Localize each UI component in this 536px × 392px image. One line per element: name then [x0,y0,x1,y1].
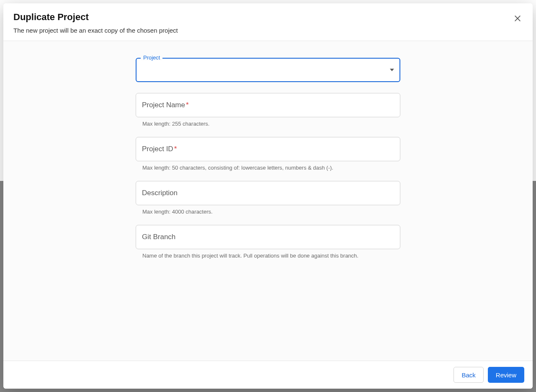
project-name-input[interactable]: Project Name* [136,93,400,117]
description-field: Description Max length: 4000 characters. [136,181,400,215]
review-button[interactable]: Review [488,367,524,383]
project-id-label: Project ID* [142,145,177,153]
close-button[interactable] [510,11,525,26]
duplicate-project-modal: Duplicate Project The new project will b… [3,3,533,389]
modal-footer: Back Review [3,361,533,389]
git-branch-input[interactable]: Git Branch [136,225,400,249]
project-name-label: Project Name* [142,101,189,109]
git-branch-label: Git Branch [142,233,175,241]
required-indicator: * [174,145,177,153]
project-name-field: Project Name* Max length: 255 characters… [136,93,400,127]
form: Project Project Name* Max length: 255 ch… [136,58,400,259]
modal-title: Duplicate Project [13,12,523,23]
git-branch-helper: Name of the branch this project will tra… [136,249,400,259]
project-field: Project [136,58,400,82]
project-id-field: Project ID* Max length: 50 characters, c… [136,137,400,171]
modal-body: Project Project Name* Max length: 255 ch… [3,41,533,361]
back-button[interactable]: Back [454,367,483,383]
git-branch-field: Git Branch Name of the branch this proje… [136,225,400,259]
project-id-input[interactable]: Project ID* [136,137,400,161]
modal-header: Duplicate Project The new project will b… [3,3,533,41]
chevron-down-icon [390,69,394,71]
project-label: Project [141,55,162,60]
project-name-helper: Max length: 255 characters. [136,117,400,127]
description-label: Description [142,189,178,197]
description-helper: Max length: 4000 characters. [136,205,400,215]
modal-subtitle: The new project will be an exact copy of… [13,27,523,34]
close-icon [513,14,522,23]
project-select[interactable]: Project [136,58,400,82]
description-input[interactable]: Description [136,181,400,205]
project-id-helper: Max length: 50 characters, consisting of… [136,161,400,171]
required-indicator: * [186,101,189,109]
